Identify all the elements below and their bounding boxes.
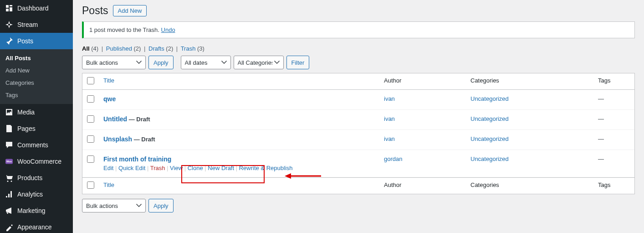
tablenav-bottom: Bulk actions Apply [82,199,635,212]
author-link[interactable]: ivan [384,95,395,102]
col-tags-foot: Tags [593,177,634,194]
sidebar-sub-categories[interactable]: Categories [0,77,73,89]
sidebar-item-label: Stream [17,21,38,28]
sidebar-item-label: Marketing [17,207,45,214]
comments-icon [5,140,14,150]
sidebar-item-comments[interactable]: Comments [0,137,73,153]
row-actions: Edit | Quick Edit | Trash | View | Clone… [103,165,375,171]
sidebar-item-dashboard[interactable]: Dashboard [0,0,73,16]
row-checkbox[interactable] [87,135,94,143]
sidebar-item-label: Comments [17,141,48,149]
post-title-link[interactable]: First month of training [103,155,171,163]
admin-notice: 1 post moved to the Trash. Undo [82,21,635,38]
post-title-link[interactable]: Unsplash [103,135,132,143]
filter-drafts[interactable]: Drafts [148,45,164,52]
action-edit[interactable]: Edit [103,165,113,171]
pin-icon [5,36,14,46]
main-content: Posts Add New 1 post moved to the Trash.… [73,0,644,233]
category-link[interactable]: Uncategorized [470,115,509,122]
author-link[interactable]: ivan [384,115,395,122]
post-title-link[interactable]: qwe [103,95,116,103]
action-new-draft[interactable]: New Draft [208,165,234,171]
tags-cell: — [593,90,634,110]
row-checkbox[interactable] [87,155,94,163]
marketing-icon [5,206,14,215]
table-row: qweivanUncategorized— [82,90,634,110]
dates-select[interactable]: All dates [181,56,231,69]
bulk-actions-select-bottom[interactable]: Bulk actions [82,199,146,212]
sidebar-item-label: WooCommerce [17,158,61,165]
sidebar-item-appearance[interactable]: Appearance [0,219,73,233]
media-icon [5,108,14,117]
sidebar-submenu: All Posts Add New Categories Tags [0,49,73,104]
action-quick-edit[interactable]: Quick Edit [118,165,145,171]
sidebar-sub-tags[interactable]: Tags [0,89,73,101]
categories-select[interactable]: All Categories [234,56,284,69]
select-all-checkbox[interactable] [87,77,94,84]
sidebar-item-analytics[interactable]: Analytics [0,186,73,202]
action-rewrite-republish[interactable]: Rewrite & Republish [239,165,293,171]
sidebar-item-products[interactable]: Products [0,170,73,186]
sidebar-item-stream[interactable]: Stream [0,16,73,33]
tags-cell: — [593,110,634,130]
author-link[interactable]: gordan [384,155,402,162]
row-checkbox[interactable] [87,115,94,123]
sidebar-item-label: Dashboard [17,5,49,12]
bulk-actions-select[interactable]: Bulk actions [82,56,146,69]
add-new-button[interactable]: Add New [113,5,147,16]
sidebar-item-marketing[interactable]: Marketing [0,202,73,219]
analytics-icon [5,190,14,199]
sidebar-item-label: Posts [17,37,33,45]
dashboard-icon [5,4,14,13]
action-trash[interactable]: Trash [150,165,165,171]
category-link[interactable]: Uncategorized [470,95,509,102]
sidebar-item-label: Analytics [17,191,43,198]
action-clone[interactable]: Clone [188,165,203,171]
action-view[interactable]: View [170,165,183,171]
col-title-foot[interactable]: Title [103,181,114,188]
category-link[interactable]: Uncategorized [470,135,509,142]
filter-published[interactable]: Published [106,45,132,52]
sidebar-item-posts[interactable]: Posts [0,33,73,49]
filter-all[interactable]: All [82,45,90,52]
row-checkbox[interactable] [87,95,94,103]
appearance-icon [5,223,14,232]
tablenav-top: Bulk actions Apply All dates All Categor… [82,56,635,69]
stream-icon [5,20,14,29]
sidebar-sub-all-posts[interactable]: All Posts [0,52,73,64]
post-state: — Draft [132,136,155,143]
notice-text: 1 post moved to the Trash. [89,26,161,33]
woo-icon: Woo [5,157,14,166]
apply-button[interactable]: Apply [148,56,174,69]
col-author: Author [379,73,466,90]
col-categories: Categories [466,73,593,90]
filter-button[interactable]: Filter [286,56,310,69]
pages-icon [5,124,14,133]
author-link[interactable]: ivan [384,135,395,142]
sidebar-item-woocommerce[interactable]: Woo WooCommerce [0,153,73,170]
undo-link[interactable]: Undo [161,26,175,33]
col-categories-foot: Categories [466,177,593,194]
sidebar-sub-add-new[interactable]: Add New [0,64,73,77]
page-header: Posts Add New [82,5,635,17]
table-row: Untitled — DraftivanUncategorized— [82,110,634,130]
filter-trash[interactable]: Trash [181,45,196,52]
sidebar-item-pages[interactable]: Pages [0,120,73,137]
filter-published-count: (2) [134,45,141,52]
admin-sidebar: Dashboard Stream Posts All Posts Add New… [0,0,73,233]
filter-trash-count: (3) [197,45,204,52]
page-title: Posts [82,5,108,17]
select-all-checkbox-bottom[interactable] [87,181,94,189]
apply-button-bottom[interactable]: Apply [148,199,174,212]
sidebar-item-label: Products [17,174,42,181]
sidebar-item-label: Pages [17,125,36,132]
post-title-link[interactable]: Untitled [103,115,127,123]
table-row: First month of trainingEdit | Quick Edit… [82,150,634,177]
col-title[interactable]: Title [103,77,114,84]
sidebar-item-media[interactable]: Media [0,104,73,120]
category-link[interactable]: Uncategorized [470,155,509,162]
col-author-foot: Author [379,177,466,194]
col-tags: Tags [593,73,634,90]
tags-cell: — [593,130,634,150]
sidebar-item-label: Appearance [17,223,52,231]
